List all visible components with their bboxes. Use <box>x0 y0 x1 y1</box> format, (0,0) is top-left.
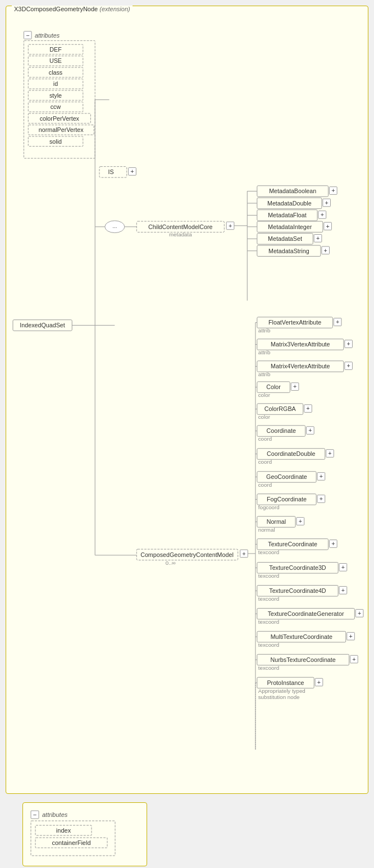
multi-texture-coord-label: MultiTextureCoordinate <box>271 633 332 640</box>
is-label: IS <box>108 168 114 175</box>
coordinate-label: Coordinate <box>266 427 295 434</box>
diagram-box-2: − attributes index containerField <box>22 802 147 866</box>
multi-texture-coord-expand[interactable]: + <box>349 633 352 639</box>
texture-coord-3d-field: texcoord <box>258 573 279 579</box>
attributes-label-2: attributes <box>42 811 68 818</box>
attributes-label: attributes <box>35 32 60 39</box>
metadata-boolean-node: MetadataBoolean + <box>247 186 337 197</box>
texture-coord-field: texcoord <box>258 549 279 555</box>
coordinate-field: coord <box>258 436 272 442</box>
matrix3-vertex-attr-node: Matrix3VertexAttribute + attrib <box>256 339 353 355</box>
coordinate-double-field: coord <box>258 459 272 465</box>
texture-coord-node: TextureCoordinate + texcoord <box>256 539 337 555</box>
coordinate-double-expand[interactable]: + <box>328 450 331 456</box>
metadata-integer-label: MetadataInteger <box>268 223 312 230</box>
connector-dots: ··· <box>112 224 117 230</box>
matrix4-vertex-label: Matrix4VertexAttribute <box>271 363 330 369</box>
child-content-label: ChildContentModelCore <box>148 223 212 230</box>
texture-coord-3d-label: TextureCoordinate3D <box>269 564 326 571</box>
metadata-integer-expand[interactable]: + <box>326 223 329 230</box>
attr-def: DEF <box>49 46 62 53</box>
matrix4-vertex-expand[interactable]: + <box>346 362 350 369</box>
metadata-string-label: MetadataString <box>268 248 309 254</box>
attr-index: index <box>56 827 71 834</box>
collapse-btn-2[interactable]: − <box>33 811 37 818</box>
texture-coord-4d-expand[interactable]: + <box>341 587 345 593</box>
metadata-float-expand[interactable]: + <box>321 211 324 218</box>
diagram-title-text: X3DComposedGeometryNode <box>14 6 98 12</box>
attr-id: id <box>53 80 58 87</box>
collapse-btn[interactable]: − <box>26 32 29 39</box>
coordinate-expand[interactable]: + <box>308 427 312 433</box>
child-content-expand[interactable]: + <box>229 222 232 229</box>
texture-coord-4d-label: TextureCoordinate4D <box>269 587 326 594</box>
child-content-model-group: ChildContentModelCore metadata + <box>125 191 247 301</box>
metadata-set-expand[interactable]: + <box>316 235 320 241</box>
diagram-title: X3DComposedGeometryNode (extension) <box>12 6 133 12</box>
fog-coordinate-field: fogcoord <box>258 504 280 510</box>
attr-normalpervertex: normalPerVertex <box>39 126 84 133</box>
color-field: color <box>258 392 271 398</box>
color-rgba-node: ColorRGBA + color <box>256 404 312 420</box>
color-node: Color + color <box>256 382 299 398</box>
texture-coord-gen-expand[interactable]: + <box>358 610 361 616</box>
texture-coord-gen-label: TextureCoordinateGenerator <box>268 610 344 617</box>
fog-coordinate-expand[interactable]: + <box>320 495 323 502</box>
color-label: Color <box>266 383 281 390</box>
texture-coord-gen-field: texcoord <box>258 619 279 625</box>
composed-geometry-expand[interactable]: + <box>242 550 245 557</box>
fog-coordinate-label: FogCoordinate <box>267 496 307 502</box>
child-content-sublabel: metadata <box>169 231 192 237</box>
attr-class: class <box>49 69 62 76</box>
attr-container-field: containerField <box>52 839 90 846</box>
multi-texture-coord-node: MultiTextureCoordinate + texcoord <box>256 631 354 647</box>
float-vertex-attr-node: FloatVertexAttribute + attrib <box>256 317 341 334</box>
coordinate-node: Coordinate + coord <box>256 426 314 442</box>
proto-instance-field: Appropriately typed <box>258 688 305 694</box>
indexed-quad-set-group: IndexedQuadSet <box>13 227 136 555</box>
coordinate-double-label: CoordinateDouble <box>267 450 315 457</box>
connector-group: ··· <box>95 100 125 233</box>
nurbs-texture-coord-expand[interactable]: + <box>352 656 355 663</box>
texture-coord-4d-node: TextureCoordinate4D + texcoord <box>256 586 347 602</box>
matrix4-vertex-field: attrib <box>258 371 271 377</box>
texture-coord-3d-node: TextureCoordinate3D + texcoord <box>256 563 347 579</box>
attr-ccw: ccw <box>51 103 61 110</box>
normal-expand[interactable]: + <box>299 518 302 524</box>
proto-instance-expand[interactable]: + <box>317 679 321 686</box>
float-vertex-label: FloatVertexAttribute <box>268 319 321 326</box>
metadata-double-expand[interactable]: + <box>325 199 328 206</box>
float-vertex-expand[interactable]: + <box>336 318 339 325</box>
metadata-double-label: MetadataDouble <box>267 200 312 207</box>
composed-geometry-group: ComposedGeometryContentModel 0..∞ + <box>136 323 256 750</box>
diagram-svg: − attributes DEF USE class id style <box>12 12 362 787</box>
attr-solid: solid <box>49 138 62 145</box>
normal-node: Normal + normal <box>256 517 304 533</box>
is-node-group: IS + <box>99 167 136 178</box>
main-container: X3DComposedGeometryNode (extension) − at… <box>0 0 374 868</box>
texture-coord-expand[interactable]: + <box>331 540 335 547</box>
color-expand[interactable]: + <box>293 383 297 390</box>
matrix3-vertex-label: Matrix3VertexAttribute <box>271 341 330 348</box>
matrix3-vertex-expand[interactable]: + <box>346 340 350 347</box>
metadata-string-expand[interactable]: + <box>324 247 327 254</box>
geo-coordinate-expand[interactable]: + <box>320 473 323 479</box>
indexed-quad-set-label: IndexedQuadSet <box>20 322 65 328</box>
color-rgba-expand[interactable]: + <box>306 405 309 412</box>
proto-instance-node: ProtoInstance + Appropriately typed subs… <box>256 677 323 700</box>
texture-coord-3d-expand[interactable]: + <box>341 564 345 570</box>
is-expand[interactable]: + <box>130 168 134 175</box>
attributes-group: − attributes DEF USE class id style <box>24 31 95 158</box>
geo-coordinate-field: coord <box>258 482 272 488</box>
metadata-float-node: MetadataFloat + <box>247 210 326 221</box>
fog-coordinate-node: FogCoordinate + fogcoord <box>256 494 325 510</box>
metadata-double-node: MetadataDouble + <box>247 198 330 209</box>
float-vertex-field: attrib <box>258 327 271 334</box>
proto-instance-field2: substitution node <box>258 694 300 700</box>
attributes-svg-2: − attributes index containerField <box>29 808 141 859</box>
metadata-boolean-label: MetadataBoolean <box>269 188 316 194</box>
metadata-integer-node: MetadataInteger + <box>247 221 331 232</box>
color-rgba-field: color <box>258 414 271 420</box>
diagram-box-1: X3DComposedGeometryNode (extension) − at… <box>6 6 368 794</box>
metadata-boolean-expand[interactable]: + <box>331 187 335 194</box>
